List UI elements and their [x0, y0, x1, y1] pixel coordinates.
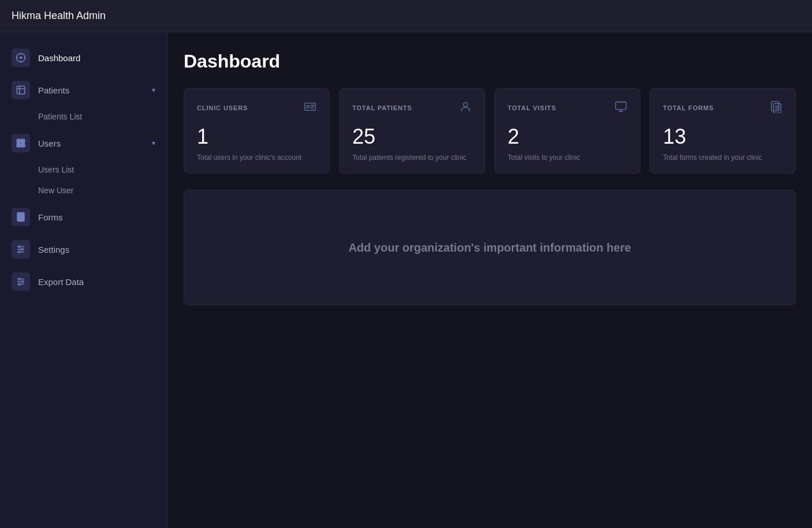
- person-icon: [459, 100, 472, 115]
- users-icon: [12, 134, 30, 152]
- sidebar-item-new-user-label: New User: [38, 186, 73, 195]
- stat-card-total-visits: TOTAL VISITS 2 Total visits to your clin…: [494, 88, 640, 174]
- stat-card-total-patients: TOTAL PATIENTS 25 Total patients registe…: [339, 88, 485, 174]
- sidebar-item-forms-label: Forms: [38, 212, 63, 222]
- stats-grid: CLINIC USERS 1 Total users i: [184, 88, 796, 174]
- info-section-text: Add your organization's important inform…: [348, 241, 631, 254]
- patients-chevron-icon: ▾: [152, 86, 155, 94]
- sidebar-item-users-list-label: Users List: [38, 165, 74, 174]
- stat-card-total-patients-desc: Total patients registered to your clinic: [352, 153, 472, 162]
- stat-card-clinic-users-header: CLINIC USERS: [197, 100, 316, 115]
- stat-card-total-patients-header: TOTAL PATIENTS: [352, 100, 472, 115]
- stat-card-total-patients-value: 25: [352, 125, 472, 149]
- export-icon: [12, 272, 30, 291]
- info-section: Add your organization's important inform…: [184, 190, 796, 305]
- monitor-icon: [614, 100, 627, 115]
- stat-card-total-forms-value: 13: [663, 125, 783, 149]
- svg-rect-2: [17, 86, 25, 94]
- stat-card-total-visits-value: 2: [508, 125, 627, 149]
- stat-card-total-visits-desc: Total visits to your clinic: [508, 153, 627, 162]
- stat-card-total-patients-label: TOTAL PATIENTS: [352, 104, 412, 111]
- stat-card-clinic-users-label: CLINIC USERS: [197, 104, 248, 111]
- svg-point-30: [463, 103, 467, 107]
- sidebar-item-export-data[interactable]: Export Data: [0, 265, 167, 298]
- svg-point-17: [21, 249, 23, 250]
- svg-point-23: [22, 281, 24, 283]
- main-inner: Dashboard CLINIC USERS: [167, 32, 812, 324]
- svg-point-26: [307, 106, 310, 108]
- stat-card-clinic-users: CLINIC USERS 1 Total users i: [184, 88, 330, 174]
- sidebar-item-patients[interactable]: Patients ▾: [0, 74, 167, 106]
- app-title: Hikma Health Admin: [12, 10, 106, 22]
- sidebar-item-patients-label: Patients: [38, 85, 69, 95]
- svg-rect-35: [773, 104, 781, 114]
- stat-card-total-visits-label: TOTAL VISITS: [508, 104, 556, 111]
- layout: Dashboard Patients ▾ Patients List: [0, 32, 812, 528]
- stat-card-clinic-users-value: 1: [197, 125, 316, 149]
- main-content: Dashboard CLINIC USERS: [167, 32, 812, 528]
- topbar: Hikma Health Admin: [0, 0, 812, 32]
- dashboard-icon: [12, 48, 30, 67]
- sidebar-item-users-list[interactable]: Users List: [0, 159, 167, 180]
- sidebar-item-patients-list[interactable]: Patients List: [0, 106, 167, 127]
- sidebar-item-new-user[interactable]: New User: [0, 180, 167, 201]
- sidebar-item-settings-label: Settings: [38, 245, 69, 254]
- stat-card-total-visits-header: TOTAL VISITS: [508, 100, 627, 115]
- svg-point-16: [18, 246, 20, 248]
- forms-list-icon: [770, 100, 783, 115]
- stat-card-total-forms-desc: Total forms created in your clinic: [663, 153, 783, 162]
- sidebar-item-settings[interactable]: Settings: [0, 233, 167, 265]
- svg-rect-8: [21, 144, 25, 147]
- svg-point-1: [20, 57, 23, 59]
- stat-card-total-forms-label: TOTAL FORMS: [663, 104, 714, 111]
- settings-icon: [12, 240, 30, 259]
- page-title: Dashboard: [184, 51, 796, 72]
- svg-point-18: [18, 251, 20, 253]
- sidebar-item-patients-list-label: Patients List: [38, 112, 82, 121]
- sidebar-item-dashboard-label: Dashboard: [38, 53, 80, 63]
- sidebar-item-dashboard[interactable]: Dashboard: [0, 42, 167, 74]
- sidebar-item-forms[interactable]: Forms: [0, 201, 167, 233]
- forms-icon: [12, 208, 30, 226]
- id-card-icon: [304, 100, 316, 115]
- svg-rect-31: [616, 102, 626, 110]
- stat-card-total-forms: TOTAL FORMS 13 Total forms c: [650, 88, 796, 174]
- svg-rect-5: [17, 139, 20, 143]
- sidebar: Dashboard Patients ▾ Patients List: [0, 32, 167, 528]
- stat-card-total-forms-header: TOTAL FORMS: [663, 100, 783, 115]
- sidebar-item-users[interactable]: Users ▾: [0, 127, 167, 159]
- svg-rect-6: [21, 139, 25, 143]
- svg-point-24: [18, 283, 20, 285]
- sidebar-item-users-label: Users: [38, 138, 61, 148]
- sidebar-item-export-data-label: Export Data: [38, 277, 84, 287]
- svg-rect-7: [17, 144, 20, 147]
- patients-icon: [12, 81, 30, 99]
- svg-point-22: [18, 278, 20, 280]
- users-chevron-icon: ▾: [152, 139, 155, 147]
- stat-card-clinic-users-desc: Total users in your clinic's account: [197, 153, 316, 162]
